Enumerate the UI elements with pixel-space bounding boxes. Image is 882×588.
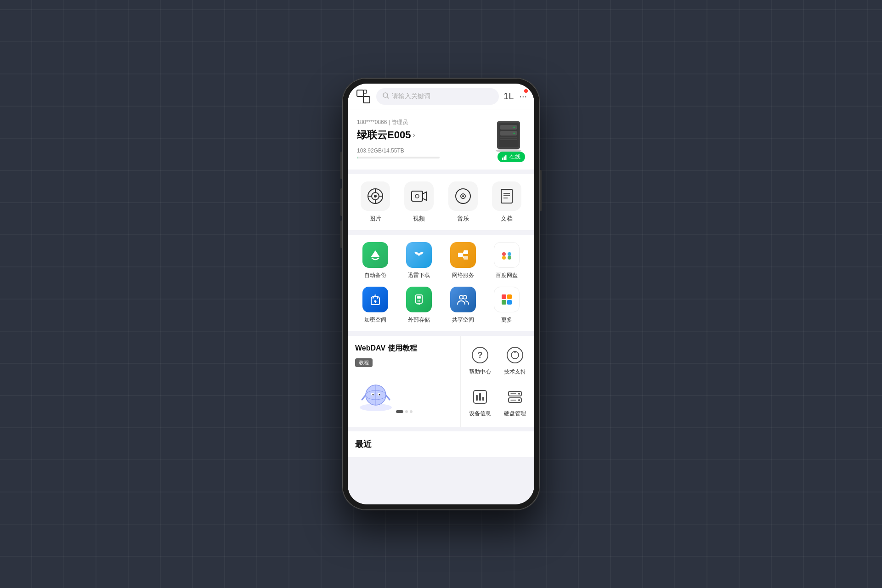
media-item-music[interactable]: 音乐 [443,181,483,223]
svg-point-82 [518,393,520,395]
storage-bar-fill [357,157,357,158]
svg-rect-36 [458,253,463,257]
svg-point-67 [373,394,374,396]
encrypt-icon-wrap [362,287,388,312]
tutorial-title: WebDAV 使用教程 [355,343,453,353]
disk-icon-wrap [505,387,525,407]
svg-rect-16 [505,155,507,160]
thunder-icon [412,248,426,262]
svg-line-40 [463,255,464,258]
app-item-external[interactable]: 外部存储 [399,287,440,324]
tutorial-card[interactable]: WebDAV 使用教程 教程 [348,336,461,427]
baidu-icon [499,248,514,262]
top-bar-right: 1L ··· [503,91,527,102]
help-item-disk[interactable]: 硬盘管理 [499,383,531,421]
chevron-right-icon: › [413,131,415,139]
top-bar: 请输入关键词 1L ··· [348,84,534,109]
backup-icon-wrap [362,242,388,268]
svg-point-68 [379,394,380,396]
device-image [490,117,527,153]
backup-label: 自动备份 [364,271,386,279]
deviceinfo-label: 设备信息 [469,410,491,418]
svg-rect-24 [412,191,423,201]
dot-2 [410,410,413,413]
support-icon [506,346,524,364]
svg-line-4 [387,97,389,98]
screen-content[interactable]: 180****0866 | 管理员 绿联云E005 › [348,109,534,504]
help-item-deviceinfo[interactable]: 设备信息 [464,383,496,421]
more-menu-button[interactable]: ··· [519,91,527,102]
media-grid: 图片 视频 [355,181,527,223]
deviceinfo-icon [471,388,489,406]
svg-point-54 [459,295,463,299]
bottom-section: WebDAV 使用教程 教程 [348,336,534,427]
app-item-more[interactable]: 更多 [487,287,527,324]
external-icon-wrap [406,287,432,312]
svg-point-19 [374,195,377,198]
svg-line-69 [362,395,366,400]
svg-marker-25 [423,192,426,200]
external-icon [412,293,426,306]
svg-point-47 [374,294,376,296]
media-item-photos[interactable]: 图片 [355,181,396,223]
dot-active [396,410,403,413]
svg-rect-50 [418,300,418,302]
video-icon [411,188,427,204]
share-label: 共享空间 [452,316,474,324]
video-icon-wrap [404,181,434,211]
network-icon-wrap [450,242,476,268]
svg-point-9 [514,127,515,128]
more-apps-label: 更多 [501,316,512,324]
svg-point-83 [518,399,520,401]
svg-text:?: ? [478,351,483,360]
app-item-share[interactable]: 共享空间 [443,287,483,324]
help-item-support[interactable]: 技术支持 [499,341,531,379]
svg-rect-51 [419,300,420,302]
svg-rect-14 [502,158,503,160]
svg-point-26 [415,194,419,198]
svg-line-70 [386,395,390,400]
more-apps-icon-wrap [494,287,520,312]
helpcenter-label: 帮助中心 [469,368,491,376]
svg-point-45 [374,300,376,303]
thunder-label: 迅雷下载 [408,271,430,279]
notification-dot [524,89,528,93]
media-item-docs[interactable]: 文档 [487,181,527,223]
app-item-encrypt[interactable]: 加密空间 [355,287,396,324]
svg-point-42 [508,252,511,256]
music-icon-wrap [448,181,478,211]
search-icon [383,92,389,100]
sort-icon[interactable]: 1L [503,91,514,102]
svg-rect-56 [502,294,506,299]
online-label: 在线 [509,153,520,161]
network-label: 网络服务 [452,271,474,279]
svg-rect-78 [479,393,481,401]
svg-point-10 [514,133,515,134]
svg-rect-1 [363,96,370,103]
app-item-network[interactable]: 网络服务 [443,242,483,279]
media-item-video[interactable]: 视频 [399,181,440,223]
svg-rect-79 [482,397,484,401]
photos-icon [367,188,384,204]
docs-label: 文档 [501,215,513,223]
support-label: 技术支持 [504,368,526,376]
svg-rect-48 [416,295,422,303]
svg-point-73 [507,347,523,363]
tutorial-illustration [355,374,392,407]
baidu-icon-wrap [494,242,520,268]
disk-icon [506,388,524,406]
help-item-helpcenter[interactable]: ? 帮助中心 [464,341,496,379]
apps-grid: 自动备份 迅雷下载 [355,242,527,324]
more-apps-icon [500,293,514,306]
search-placeholder: 请输入关键词 [392,92,430,101]
search-bar[interactable]: 请输入关键词 [376,88,499,105]
svg-rect-58 [502,300,506,305]
media-grid-section: 图片 视频 [348,174,534,230]
app-item-baidu[interactable]: 百度网盘 [487,242,527,279]
photos-icon-wrap [361,181,390,211]
disk-label: 硬盘管理 [504,410,526,418]
app-item-thunder[interactable]: 迅雷下载 [399,242,440,279]
deviceinfo-icon-wrap [470,387,490,407]
app-item-backup[interactable]: 自动备份 [355,242,396,279]
svg-rect-0 [357,90,363,96]
